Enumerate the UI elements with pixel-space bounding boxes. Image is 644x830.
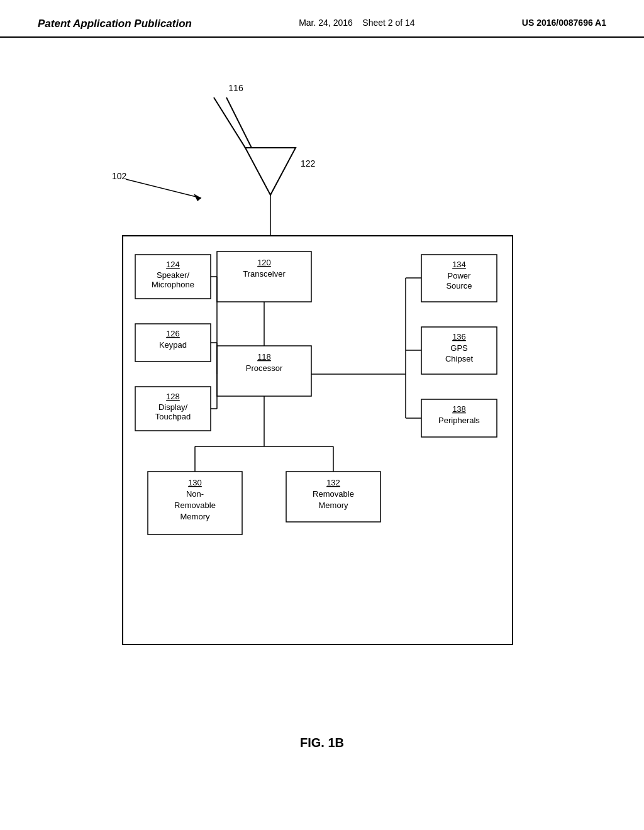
svg-text:Touchpad: Touchpad (155, 412, 191, 421)
svg-text:122: 122 (301, 158, 316, 169)
svg-text:120: 120 (257, 258, 271, 267)
diagram-area: 116 102 122 120 Transceiver 124 Speaker/… (0, 38, 644, 729)
svg-rect-9 (123, 236, 513, 645)
publication-title: Patent Application Publication (38, 18, 192, 30)
svg-text:Non-: Non- (186, 489, 204, 499)
svg-text:102: 102 (112, 171, 127, 181)
svg-text:Transceiver: Transceiver (243, 269, 286, 279)
svg-text:GPS: GPS (450, 343, 468, 353)
svg-text:Keypad: Keypad (159, 340, 187, 350)
publication-date-sheet: Mar. 24, 2016 Sheet 2 of 14 (299, 18, 414, 28)
svg-marker-5 (194, 194, 201, 201)
svg-text:Source: Source (446, 281, 472, 290)
svg-text:Power: Power (448, 271, 472, 280)
svg-text:Processor: Processor (246, 363, 283, 373)
svg-text:Display/: Display/ (158, 402, 188, 412)
diagram-svg: 116 102 122 120 Transceiver 124 Speaker/… (0, 38, 644, 729)
svg-text:118: 118 (257, 352, 271, 362)
publication-number: US 2016/0087696 A1 (522, 18, 606, 28)
svg-text:128: 128 (166, 392, 180, 401)
svg-marker-6 (245, 148, 296, 195)
svg-text:136: 136 (452, 332, 466, 341)
svg-text:Removable: Removable (313, 489, 354, 499)
svg-text:Speaker/: Speaker/ (157, 270, 189, 280)
page-header: Patent Application Publication Mar. 24, … (0, 0, 644, 38)
svg-text:138: 138 (452, 404, 466, 414)
svg-text:126: 126 (166, 329, 180, 338)
svg-text:Chipset: Chipset (445, 354, 473, 363)
svg-text:134: 134 (452, 260, 466, 269)
svg-text:Memory: Memory (180, 512, 210, 521)
svg-line-4 (126, 179, 201, 198)
svg-text:132: 132 (326, 478, 340, 487)
svg-text:Removable: Removable (174, 501, 216, 510)
svg-text:124: 124 (166, 260, 180, 269)
figure-caption: FIG. 1B (0, 736, 644, 769)
svg-text:Peripherals: Peripherals (438, 416, 480, 425)
svg-text:130: 130 (188, 478, 202, 487)
svg-text:116: 116 (228, 83, 243, 93)
svg-text:Microphone: Microphone (152, 280, 194, 289)
svg-text:Memory: Memory (319, 501, 348, 510)
